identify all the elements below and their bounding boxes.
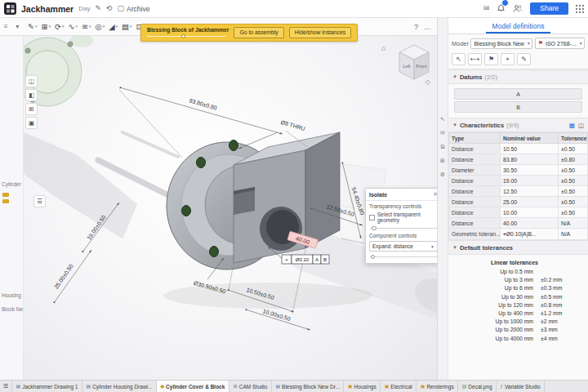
column-header[interactable]: Nominal value bbox=[501, 133, 559, 144]
overlay-icon[interactable]: ⧉ bbox=[441, 144, 445, 150]
loft-tool[interactable]: ≋▾ bbox=[80, 22, 92, 32]
tab-housings[interactable]: ▣Housings bbox=[344, 381, 381, 392]
tab-cylinder-cover-block[interactable]: ◆Cylinder Cover & Block bbox=[157, 381, 229, 392]
sweep-tool[interactable]: ∿▾ bbox=[66, 22, 78, 32]
tree-item-label[interactable]: Housing bbox=[2, 292, 21, 298]
tree-item-label[interactable]: Cylinder bbox=[2, 181, 21, 187]
comment-icon[interactable]: ✉ bbox=[440, 130, 445, 136]
tab-blessing-block-new-dr[interactable]: ▤Blessing Block New Dr... bbox=[272, 381, 344, 392]
tab-renderings[interactable]: ▣Renderings bbox=[416, 381, 458, 392]
apps-grid-icon[interactable] bbox=[576, 5, 584, 13]
note-button[interactable]: ✎ bbox=[517, 53, 531, 65]
tab-variable-studio[interactable]: ƒVariable Studio bbox=[497, 381, 545, 392]
home-view-icon[interactable]: ⌂ bbox=[381, 44, 385, 52]
dim-label[interactable]: 83.80±0.80 bbox=[189, 97, 218, 110]
select-cursor-button[interactable]: ↖ bbox=[452, 53, 466, 65]
column-header[interactable]: Type bbox=[449, 133, 501, 144]
datum-row[interactable]: B bbox=[454, 101, 582, 113]
datums-section-header[interactable]: ▼ Datums (2/2) bbox=[448, 69, 588, 84]
archive-button[interactable]: ▢ Archive bbox=[118, 5, 150, 13]
graphics-viewport[interactable]: 83.80±0.80 Ø8 THRU Ø30.50±0.50 25.00±0.5… bbox=[23, 36, 437, 381]
view-options-icon[interactable]: ◇ bbox=[425, 78, 430, 86]
characteristics-section-header[interactable]: ▼ Characteristics (9/9) ▦ ◫ bbox=[448, 118, 588, 132]
shell-tool[interactable]: ▤▾ bbox=[120, 22, 134, 32]
expand-distance-slider[interactable] bbox=[369, 254, 437, 259]
transparent-geometry-checkbox[interactable]: Select transparent geometry bbox=[369, 212, 437, 223]
characteristic-row[interactable]: Geometric toleran...⌖Ø0.10|A|B...N/A bbox=[449, 229, 588, 240]
appearance-button[interactable]: ▣ bbox=[25, 117, 38, 129]
share-button[interactable]: Share bbox=[530, 2, 568, 15]
characteristic-row[interactable]: Distance25.00±0.50 bbox=[449, 197, 588, 207]
characteristic-row[interactable]: Distance12.50±0.50 bbox=[449, 186, 588, 197]
geometric-tolerance-button[interactable]: ⌖ bbox=[501, 53, 514, 65]
isolate-button[interactable]: ◫ bbox=[25, 75, 38, 87]
dim-label[interactable]: 25.00±0.50 bbox=[53, 263, 74, 290]
hole-tool[interactable]: ◎▾ bbox=[93, 22, 106, 32]
characteristic-row[interactable]: Distance10.50±0.50 bbox=[449, 144, 588, 154]
characteristic-row[interactable]: Diameter30.50±0.50 bbox=[449, 165, 588, 176]
people-icon[interactable] bbox=[513, 2, 523, 16]
dim-label[interactable]: Ø8 THRU bbox=[280, 119, 305, 131]
tolerance-value: ±3 mm bbox=[533, 326, 558, 334]
cursor-icon[interactable]: ↖ bbox=[440, 116, 445, 122]
tree-item-label[interactable]: Block New bbox=[2, 306, 24, 312]
tree-collapse-icon[interactable]: ≡ bbox=[4, 23, 8, 30]
tab-jackhammer-drawing-1[interactable]: ▤Jackhammer Drawing 1 bbox=[12, 381, 82, 392]
fcf-datum-a: A bbox=[315, 257, 318, 262]
characteristic-row[interactable]: Distance40.00N/A bbox=[449, 218, 588, 229]
go-to-assembly-button[interactable]: Go to assembly bbox=[234, 27, 283, 38]
view-cube[interactable]: ⌂ Left Front ◇ bbox=[381, 42, 432, 83]
panel-header-tab[interactable]: Model definitions bbox=[486, 20, 551, 33]
extrude-tool[interactable]: ⊞▾ bbox=[39, 22, 51, 32]
section-view-button[interactable]: ◧ bbox=[25, 89, 38, 101]
onshape-logo-icon[interactable] bbox=[4, 2, 16, 15]
characteristic-tolerance: N/A bbox=[559, 229, 588, 240]
appbar-right-cluster: ✉ Share bbox=[483, 2, 584, 16]
explode-button[interactable]: ⊞ bbox=[25, 103, 38, 115]
default-tolerances-section-header[interactable]: ▼ Default tolerances bbox=[448, 240, 588, 255]
tab-menu-icon[interactable]: ☰ bbox=[0, 381, 12, 392]
banner-transparency-slider[interactable] bbox=[147, 34, 225, 38]
tab-cylinder-housing-drawi[interactable]: ▤Cylinder Housing Drawi... bbox=[82, 381, 157, 392]
feature-list-button[interactable]: ☰ bbox=[33, 195, 46, 207]
tree-filter-icon[interactable]: ▾ bbox=[16, 23, 19, 30]
viewcube-left-face[interactable]: Left bbox=[403, 64, 411, 69]
datum-button[interactable]: ⚑ bbox=[484, 53, 498, 65]
transparency-slider[interactable] bbox=[369, 225, 437, 230]
part-chip-icon[interactable] bbox=[2, 199, 9, 203]
tab-cam-studio[interactable]: ⚙CAM Studio bbox=[229, 381, 272, 392]
part-chip-icon[interactable] bbox=[2, 193, 9, 197]
edit-pencil-icon[interactable]: ✎ bbox=[95, 5, 101, 12]
toolbar-more-icon[interactable]: … bbox=[421, 23, 434, 31]
characteristic-row[interactable]: Distance10.00±0.50 bbox=[449, 207, 588, 218]
revolve-tool[interactable]: ⟳▾ bbox=[53, 22, 65, 32]
help-icon[interactable]: ? bbox=[412, 23, 421, 31]
settings-icon[interactable]: ⚙ bbox=[440, 172, 445, 178]
columns-icon[interactable]: ◫ bbox=[578, 122, 584, 129]
sketch-tool[interactable]: ✎▾ bbox=[26, 22, 38, 32]
table-view-icon[interactable]: ▦ bbox=[569, 122, 575, 129]
characteristic-row[interactable]: Distance83.80±0.80 bbox=[449, 154, 588, 165]
dimension-button[interactable]: ⟷ bbox=[468, 53, 482, 65]
tolerance-row: Up to 30 mm±0.5 mm bbox=[448, 293, 588, 301]
hide-show-instances-button[interactable]: Hide/show instances bbox=[289, 27, 351, 38]
history-icon[interactable]: ⟲ bbox=[106, 5, 113, 12]
comments-icon[interactable]: ✉ bbox=[483, 5, 490, 12]
viewcube-front-face[interactable]: Front bbox=[416, 64, 427, 69]
model-dropdown[interactable]: Blessing Block New ▼ bbox=[470, 38, 532, 49]
tab-decal-png[interactable]: ▨Decal.png bbox=[458, 381, 497, 392]
notifications-icon[interactable] bbox=[497, 2, 506, 16]
tab-label: Renderings bbox=[426, 384, 453, 390]
dim-label[interactable]: 10.00±0.50 bbox=[262, 308, 292, 322]
standard-dropdown[interactable]: ⚑ ISO 2768-... ▼ bbox=[535, 38, 585, 49]
datum-row[interactable]: A bbox=[454, 88, 582, 100]
feature-control-frame[interactable]: ⌖ Ø0.10 A B bbox=[282, 255, 329, 264]
shell-icon: ▤ bbox=[122, 23, 129, 31]
characteristic-row[interactable]: Distance19.00±0.50 bbox=[449, 176, 588, 186]
column-header[interactable]: Tolerance bbox=[559, 133, 588, 144]
tab-electrical[interactable]: ▣Electrical bbox=[381, 381, 416, 392]
grid-icon[interactable]: ⊞ bbox=[440, 158, 445, 164]
chamfer-tool[interactable]: ◢▾ bbox=[107, 22, 119, 32]
characteristic-type: Distance bbox=[449, 197, 501, 207]
expand-mode-dropdown[interactable]: Expand: distance ▼ bbox=[369, 241, 437, 252]
